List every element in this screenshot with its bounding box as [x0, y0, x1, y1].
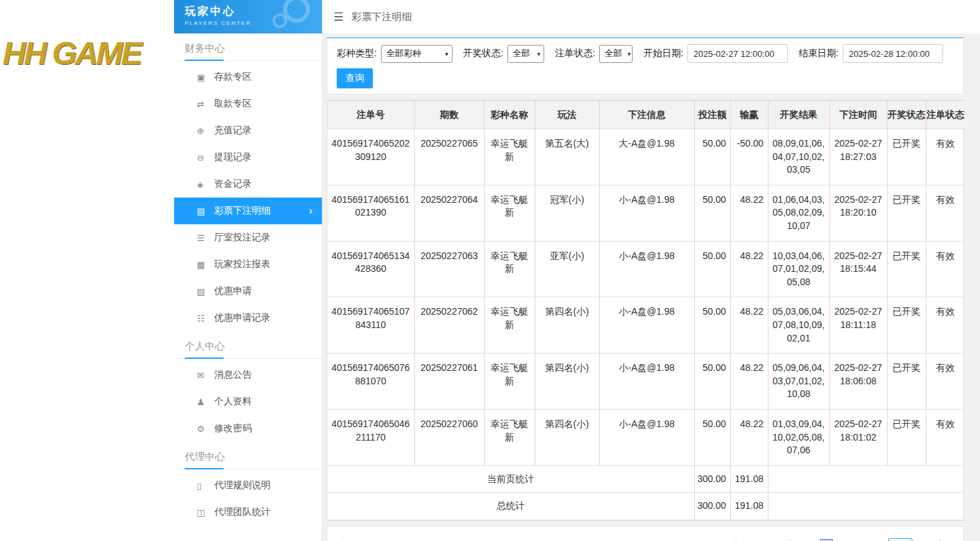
- filter-row: 彩种类型: 全部彩种 ▾ 开奖状态: 全部 ▾ 注单状态: 全部 ▾: [337, 44, 954, 63]
- deposit-icon: ▣: [197, 72, 214, 82]
- cell-amount: 50.00: [694, 354, 730, 410]
- cell-draw-status: 已开奖: [887, 185, 926, 241]
- sidebar-item[interactable]: ◈资金记录: [174, 171, 322, 198]
- draw-status-value: 全部: [513, 48, 530, 60]
- lottery-type-select[interactable]: 全部彩种 ▾: [381, 45, 453, 63]
- table-row: 40156917406516102139020250227064幸运飞艇新冠军(…: [327, 185, 965, 241]
- col-period: 期数: [414, 101, 484, 129]
- cell-lottery: 幸运飞艇新: [484, 241, 535, 297]
- cell-bet-time: 2025-02-27 18:01:02: [829, 409, 887, 465]
- table-row: 40156917406520230912020250227065幸运飞艇新第五名…: [327, 129, 965, 185]
- logo-pane: HH GAME: [0, 0, 174, 541]
- lottery-type-value: 全部彩种: [386, 48, 421, 60]
- page-summary-winloss: 191.08: [730, 465, 768, 493]
- bet-status-select[interactable]: 全部 ▾: [599, 45, 633, 63]
- cell-result: 01,06,04,03,05,08,02,09,10,07: [768, 185, 829, 241]
- cell-result: 05,09,06,04,03,07,01,02,10,08: [768, 354, 829, 410]
- sidebar-item[interactable]: ▦玩家投注报表: [174, 251, 322, 278]
- sidebar-item-label: 彩票下注明细: [214, 205, 270, 217]
- cell-play: 亚军(小): [535, 241, 599, 297]
- sidebar-item[interactable]: ⊖提现记录: [174, 144, 322, 171]
- brand-logo: HH GAME: [3, 35, 174, 72]
- bet-table: 注单号 期数 彩种名称 玩法 下注信息 投注额 输赢 开奖结果 下注时间 开奖状…: [327, 100, 965, 520]
- cell-period: 20250227061: [414, 354, 484, 410]
- sidebar-item[interactable]: ▣存款专区: [174, 64, 322, 90]
- cell-bet-info: 大-A盘@1.98: [599, 129, 694, 185]
- cell-lottery: 幸运飞艇新: [484, 354, 535, 410]
- bet-table-body: 40156917406520230912020250227065幸运飞艇新第五名…: [327, 129, 965, 466]
- main-area: ☰ 彩票下注明细 彩种类型: 全部彩种 ▾ 开奖状态: 全部 ▾ 注单状态:: [323, 0, 980, 541]
- lottery-bet-detail-icon: ▤: [197, 206, 214, 216]
- col-draw-status: 开奖状态: [887, 101, 926, 129]
- cell-period: 20250227063: [414, 241, 484, 297]
- funds-record-icon: ◈: [197, 179, 214, 189]
- query-button[interactable]: 查询: [337, 68, 373, 88]
- pagination-controls: 共6条 首页 上一页 1 下一页 第 页 跳转: [725, 538, 953, 541]
- sidebar-menu: 财务中心▣存款专区⇄取款专区⊕充值记录⊖提现记录◈资金记录▤彩票下注明细›☰厅室…: [174, 33, 322, 526]
- page-title: 彩票下注明细: [351, 11, 412, 23]
- total-summary-empty: [768, 493, 965, 520]
- sidebar-section-title: 个人中心: [174, 331, 322, 359]
- page-jump-input[interactable]: [888, 538, 912, 541]
- cell-bet-info: 小-A盘@1.98: [599, 409, 694, 465]
- col-result: 开奖结果: [768, 101, 829, 129]
- cell-bet-status: 有效: [926, 409, 965, 465]
- cell-winloss: 48.22: [730, 409, 768, 465]
- cell-lottery: 幸运飞艇新: [484, 129, 535, 185]
- withdraw-icon: ⇄: [197, 99, 214, 109]
- start-date-input[interactable]: [687, 44, 788, 63]
- topbar: ☰ 彩票下注明细: [323, 0, 980, 33]
- sidebar-item[interactable]: ♟个人资料: [174, 388, 322, 415]
- cell-amount: 50.00: [694, 241, 730, 297]
- end-date-input[interactable]: [843, 44, 943, 63]
- recharge-record-icon: ⊕: [197, 126, 214, 136]
- sidebar-item[interactable]: ◫代理团队统计: [174, 499, 322, 526]
- sidebar-item[interactable]: ☷优惠申请记录: [174, 305, 322, 331]
- team-stats-icon: ◫: [197, 508, 214, 518]
- doc-icon: ▯: [197, 481, 214, 491]
- cell-lottery: 幸运飞艇新: [484, 297, 535, 354]
- cell-bet-status: 有效: [926, 241, 965, 297]
- sidebar-item[interactable]: ▤彩票下注明细›: [174, 198, 322, 224]
- cell-bet-time: 2025-02-27 18:15:44: [829, 241, 887, 297]
- cell-result: 10,03,04,06,07,01,02,09,05,08: [768, 241, 829, 297]
- cell-draw-status: 已开奖: [887, 129, 926, 185]
- start-date-label: 开始日期:: [643, 48, 683, 60]
- table-row: 40156917406504621117020250227060幸运飞艇新第四名…: [327, 409, 965, 465]
- cell-amount: 50.00: [694, 297, 730, 354]
- draw-status-select[interactable]: 全部 ▾: [507, 45, 545, 63]
- cell-draw-status: 已开奖: [887, 409, 926, 465]
- cell-order-no: 401569174065046211170: [327, 409, 414, 465]
- sidebar-item[interactable]: ☰厅室投注记录: [174, 224, 322, 251]
- sidebar-item[interactable]: ✉消息公告: [174, 362, 322, 388]
- col-order-no: 注单号: [327, 101, 414, 129]
- cell-order-no: 401569174065202309120: [327, 129, 414, 185]
- cell-bet-info: 小-A盘@1.98: [599, 241, 694, 297]
- cell-amount: 50.00: [694, 185, 730, 241]
- sidebar-item-label: 代理规则说明: [214, 479, 270, 491]
- sidebar-item[interactable]: ⇄取款专区: [174, 90, 322, 117]
- total-summary-label: 总统计: [327, 493, 694, 520]
- cell-bet-time: 2025-02-27 18:11:18: [829, 297, 887, 354]
- menu-icon[interactable]: ☰: [333, 10, 343, 24]
- cell-result: 08,09,01,06,04,07,10,02,03,05: [768, 129, 829, 185]
- cell-period: 20250227062: [414, 297, 484, 354]
- sidebar-item-label: 取款专区: [214, 98, 252, 110]
- table-row: 40156917406510784311020250227062幸运飞艇新第四名…: [327, 297, 965, 354]
- sidebar-item[interactable]: ⚙修改密码: [174, 415, 322, 442]
- table-row: 40156917406513442836020250227063幸运飞艇新亚军(…: [327, 241, 965, 297]
- col-bet-time: 下注时间: [829, 101, 887, 129]
- bet-table-card: 注单号 期数 彩种名称 玩法 下注信息 投注额 输赢 开奖结果 下注时间 开奖状…: [327, 100, 964, 521]
- cell-winloss: 48.22: [730, 241, 768, 297]
- bet-status-label: 注单状态:: [555, 48, 595, 60]
- total-summary-winloss: 191.08: [730, 493, 768, 520]
- sidebar-item[interactable]: ▯代理规则说明: [174, 472, 322, 499]
- cell-bet-status: 有效: [926, 185, 965, 241]
- sidebar-item-label: 存款专区: [214, 71, 252, 83]
- promo-record-icon: ☷: [197, 313, 214, 323]
- content: 彩种类型: 全部彩种 ▾ 开奖状态: 全部 ▾ 注单状态: 全部 ▾: [323, 33, 980, 541]
- sidebar-item[interactable]: ⊕充值记录: [174, 117, 322, 144]
- draw-status-label: 开奖状态:: [463, 48, 503, 60]
- sidebar-item[interactable]: ▨优惠申请: [174, 278, 322, 305]
- cell-winloss: 48.22: [730, 354, 768, 410]
